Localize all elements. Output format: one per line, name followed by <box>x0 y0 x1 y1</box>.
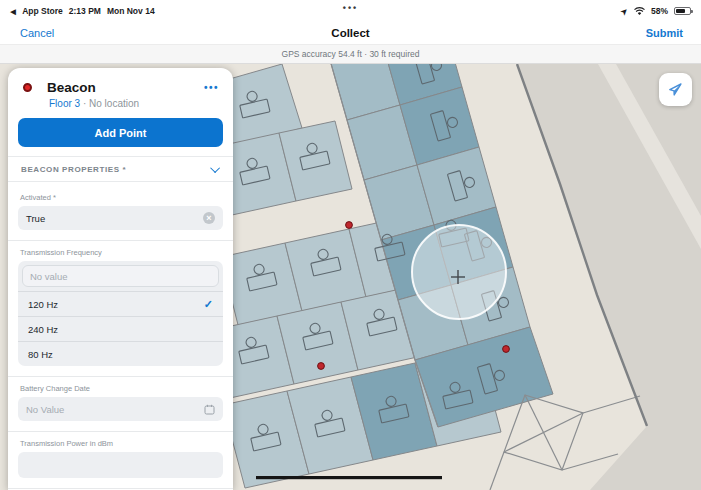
clear-value-icon[interactable]: × <box>203 212 215 224</box>
checkmark-icon: ✓ <box>204 298 213 311</box>
power-label: Transmission Power in dBm <box>20 439 221 448</box>
power-field[interactable] <box>18 452 223 478</box>
multitask-handle-icon[interactable]: ••• <box>0 3 701 13</box>
submit-button[interactable]: Submit <box>646 27 683 39</box>
locate-me-button[interactable] <box>659 73 692 106</box>
battery-date-label: Battery Change Date <box>20 384 221 393</box>
cancel-button[interactable]: Cancel <box>20 27 54 39</box>
add-point-button[interactable]: Add Point <box>18 118 223 147</box>
frequency-option-120[interactable]: 120 Hz ✓ <box>18 291 223 316</box>
nav-bar: Cancel Collect Submit <box>0 22 701 44</box>
gps-accuracy-text: GPS accuracy 54.4 ft · 30 ft required <box>282 49 420 59</box>
beacon-point-icon <box>23 83 32 92</box>
gps-accuracy-bar: GPS accuracy 54.4 ft · 30 ft required <box>0 44 701 64</box>
frequency-option-80[interactable]: 80 Hz <box>18 341 223 366</box>
frequency-label: Transmission Frequency <box>20 248 221 257</box>
section-beacon-properties[interactable]: BEACON PROPERTIES * <box>8 157 233 181</box>
navigation-arrow-icon <box>668 82 683 97</box>
feature-title: Beacon <box>47 80 202 95</box>
frequency-no-value-option[interactable]: No value <box>22 265 219 287</box>
calendar-icon[interactable] <box>204 404 215 415</box>
overflow-menu-button[interactable]: ••• <box>202 80 221 95</box>
activated-field[interactable]: True × <box>18 206 223 230</box>
gps-accuracy-circle <box>412 225 506 319</box>
map-scale-bar <box>256 476 442 479</box>
battery-date-field[interactable]: No Value <box>18 397 223 421</box>
frequency-option-240[interactable]: 240 Hz <box>18 316 223 341</box>
location-status: No location <box>89 98 139 109</box>
activated-label: Activated * <box>20 193 221 202</box>
page-title: Collect <box>0 27 701 39</box>
floor-link[interactable]: Floor 3 <box>49 98 80 109</box>
beacon-form-panel: Beacon ••• Floor 3 · No location Add Poi… <box>8 68 233 490</box>
frequency-option-group: No value 120 Hz ✓ 240 Hz 80 Hz <box>18 261 223 366</box>
